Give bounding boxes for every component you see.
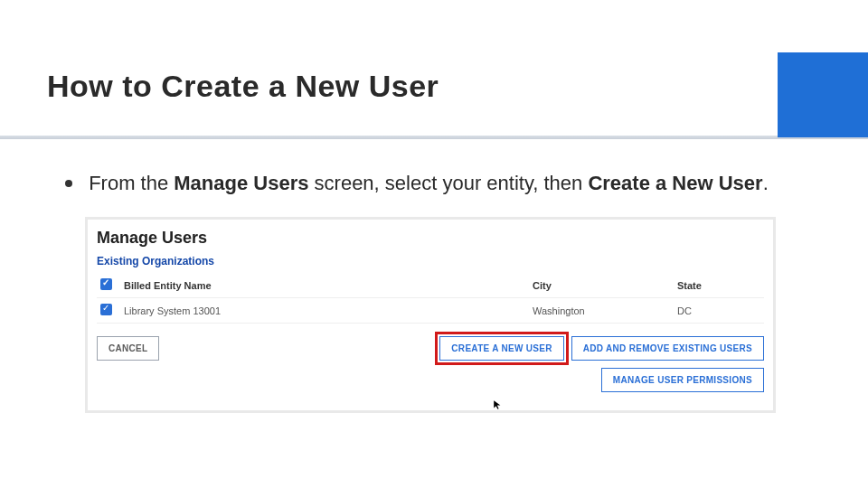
- bullet-bold-1: Manage Users: [174, 172, 308, 194]
- title-underline: [0, 136, 868, 139]
- title-accent-block: [778, 52, 868, 137]
- table-row: Library System 13001 Washington DC: [97, 298, 764, 324]
- col-city: City: [529, 273, 674, 298]
- col-checkbox: [97, 273, 120, 298]
- page-title: How to Create a New User: [47, 69, 439, 104]
- bullet-line: From the Manage Users screen, select you…: [65, 170, 796, 197]
- checkbox-header[interactable]: [100, 278, 112, 290]
- cell-checkbox: [97, 298, 120, 324]
- bullet-bold-2: Create a New User: [588, 172, 762, 194]
- organizations-table: Billed Entity Name City State Library Sy…: [97, 273, 764, 324]
- bullet-text-3: .: [763, 172, 769, 194]
- cancel-button[interactable]: CANCEL: [97, 336, 159, 361]
- add-remove-users-button[interactable]: ADD AND REMOVE EXISTING USERS: [571, 336, 764, 361]
- panel-inner: Manage Users Existing Organizations Bill…: [88, 220, 773, 410]
- col-entity-name: Billed Entity Name: [120, 273, 529, 298]
- mouse-cursor-icon: [493, 398, 504, 408]
- right-button-group: CREATE A NEW USER ADD AND REMOVE EXISTIN…: [439, 336, 764, 399]
- col-state: State: [674, 273, 764, 298]
- cell-state: DC: [674, 298, 764, 324]
- cell-entity-name[interactable]: Library System 13001: [120, 298, 529, 324]
- create-new-user-button[interactable]: CREATE A NEW USER: [439, 336, 563, 361]
- manage-permissions-button[interactable]: MANAGE USER PERMISSIONS: [601, 368, 764, 392]
- panel-subhead: Existing Organizations: [97, 255, 764, 273]
- table-header-row: Billed Entity Name City State: [97, 273, 764, 298]
- slide: How to Create a New User From the Manage…: [0, 0, 868, 488]
- screenshot-panel: Manage Users Existing Organizations Bill…: [85, 217, 776, 413]
- right-button-row-1: CREATE A NEW USER ADD AND REMOVE EXISTIN…: [439, 336, 764, 361]
- bullet-text-1: From the: [89, 172, 174, 194]
- right-button-row-2: MANAGE USER PERMISSIONS: [439, 368, 764, 392]
- panel-title: Manage Users: [97, 225, 764, 255]
- checkbox-row[interactable]: [100, 304, 112, 315]
- button-row: CANCEL CREATE A NEW USER ADD AND REMOVE …: [97, 336, 764, 399]
- bullet-icon: [65, 180, 72, 187]
- bullet-text-2: screen, select your entity, then: [308, 172, 588, 194]
- cell-city: Washington: [529, 298, 674, 324]
- title-band: How to Create a New User: [0, 52, 868, 134]
